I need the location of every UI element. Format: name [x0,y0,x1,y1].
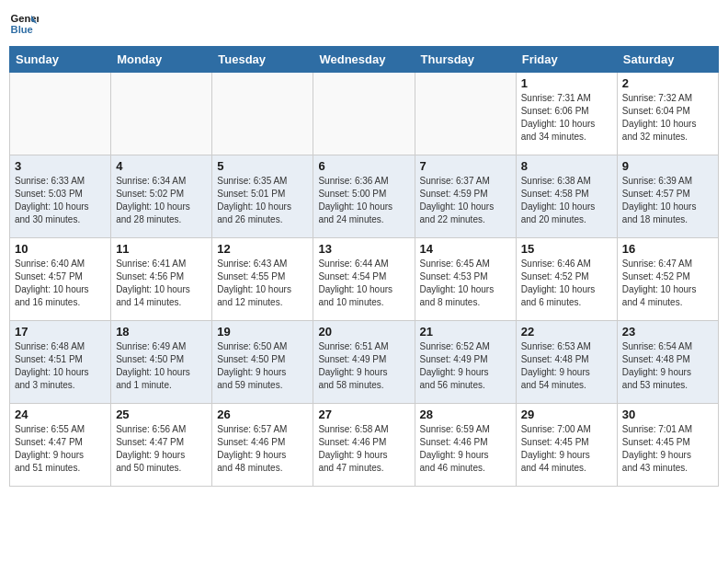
logo: General Blue [9,9,39,39]
calendar-cell: 30Sunrise: 7:01 AM Sunset: 4:45 PM Dayli… [617,404,718,487]
weekday-header-wednesday: Wednesday [313,47,415,73]
calendar-cell [212,73,313,155]
day-number: 4 [116,159,207,173]
day-info: Sunrise: 6:56 AM Sunset: 4:47 PM Dayligh… [116,423,207,475]
svg-text:General: General [11,13,39,24]
day-info: Sunrise: 6:57 AM Sunset: 4:46 PM Dayligh… [217,423,308,475]
calendar-cell: 10Sunrise: 6:40 AM Sunset: 4:57 PM Dayli… [10,238,111,321]
day-info: Sunrise: 6:39 AM Sunset: 4:57 PM Dayligh… [622,175,713,226]
calendar-week-5: 24Sunrise: 6:55 AM Sunset: 4:47 PM Dayli… [10,404,719,487]
weekday-header-monday: Monday [111,47,212,73]
day-number: 11 [116,242,207,256]
day-number: 2 [622,76,713,90]
day-info: Sunrise: 7:01 AM Sunset: 4:45 PM Dayligh… [622,423,713,475]
day-info: Sunrise: 6:51 AM Sunset: 4:49 PM Dayligh… [318,340,409,392]
calendar-cell: 21Sunrise: 6:52 AM Sunset: 4:49 PM Dayli… [415,321,516,404]
calendar-week-2: 3Sunrise: 6:33 AM Sunset: 5:03 PM Daylig… [10,155,719,238]
calendar-cell [415,73,516,155]
day-info: Sunrise: 6:49 AM Sunset: 4:50 PM Dayligh… [116,340,207,392]
day-number: 18 [116,325,207,339]
calendar-cell: 24Sunrise: 6:55 AM Sunset: 4:47 PM Dayli… [10,404,111,487]
day-number: 22 [521,325,612,339]
calendar-cell: 14Sunrise: 6:45 AM Sunset: 4:53 PM Dayli… [415,238,516,321]
day-info: Sunrise: 6:47 AM Sunset: 4:52 PM Dayligh… [622,258,713,309]
day-info: Sunrise: 6:33 AM Sunset: 5:03 PM Dayligh… [15,175,106,226]
calendar-cell: 9Sunrise: 6:39 AM Sunset: 4:57 PM Daylig… [617,155,718,238]
weekday-header-thursday: Thursday [415,47,516,73]
day-info: Sunrise: 6:37 AM Sunset: 4:59 PM Dayligh… [420,175,511,226]
calendar-cell: 5Sunrise: 6:35 AM Sunset: 5:01 PM Daylig… [212,155,313,238]
day-number: 17 [15,325,106,339]
calendar-cell: 7Sunrise: 6:37 AM Sunset: 4:59 PM Daylig… [415,155,516,238]
day-info: Sunrise: 6:44 AM Sunset: 4:54 PM Dayligh… [318,258,409,309]
day-info: Sunrise: 6:58 AM Sunset: 4:46 PM Dayligh… [318,423,409,475]
day-number: 13 [318,242,409,256]
day-number: 7 [420,159,511,173]
day-info: Sunrise: 6:45 AM Sunset: 4:53 PM Dayligh… [420,258,511,309]
calendar-cell: 15Sunrise: 6:46 AM Sunset: 4:52 PM Dayli… [516,238,617,321]
day-info: Sunrise: 7:31 AM Sunset: 6:06 PM Dayligh… [521,92,612,144]
calendar-cell: 11Sunrise: 6:41 AM Sunset: 4:56 PM Dayli… [111,238,212,321]
day-number: 15 [521,242,612,256]
day-number: 30 [622,408,713,421]
calendar-cell: 28Sunrise: 6:59 AM Sunset: 4:46 PM Dayli… [415,404,516,487]
calendar-cell: 3Sunrise: 6:33 AM Sunset: 5:03 PM Daylig… [10,155,111,238]
calendar-cell: 17Sunrise: 6:48 AM Sunset: 4:51 PM Dayli… [10,321,111,404]
calendar-cell [111,73,212,155]
day-info: Sunrise: 6:55 AM Sunset: 4:47 PM Dayligh… [15,423,106,475]
day-number: 19 [217,325,308,339]
weekday-header-saturday: Saturday [617,47,718,73]
day-number: 20 [318,325,409,339]
day-info: Sunrise: 6:35 AM Sunset: 5:01 PM Dayligh… [217,175,308,226]
calendar-cell: 27Sunrise: 6:58 AM Sunset: 4:46 PM Dayli… [313,404,415,487]
day-number: 14 [420,242,511,256]
calendar-cell: 6Sunrise: 6:36 AM Sunset: 5:00 PM Daylig… [313,155,415,238]
day-number: 23 [622,325,713,339]
weekday-header-tuesday: Tuesday [212,47,313,73]
calendar-cell [313,73,415,155]
day-number: 10 [15,242,106,256]
weekday-header-sunday: Sunday [10,47,111,73]
calendar-cell: 13Sunrise: 6:44 AM Sunset: 4:54 PM Dayli… [313,238,415,321]
day-number: 21 [420,325,511,339]
day-number: 6 [318,159,409,173]
calendar-cell: 2Sunrise: 7:32 AM Sunset: 6:04 PM Daylig… [617,73,718,155]
calendar-week-3: 10Sunrise: 6:40 AM Sunset: 4:57 PM Dayli… [10,238,719,321]
day-info: Sunrise: 6:43 AM Sunset: 4:55 PM Dayligh… [217,258,308,309]
day-info: Sunrise: 6:54 AM Sunset: 4:48 PM Dayligh… [622,340,713,392]
calendar-cell: 4Sunrise: 6:34 AM Sunset: 5:02 PM Daylig… [111,155,212,238]
calendar-cell: 29Sunrise: 7:00 AM Sunset: 4:45 PM Dayli… [516,404,617,487]
day-info: Sunrise: 6:41 AM Sunset: 4:56 PM Dayligh… [116,258,207,309]
day-info: Sunrise: 6:34 AM Sunset: 5:02 PM Dayligh… [116,175,207,226]
day-info: Sunrise: 6:38 AM Sunset: 4:58 PM Dayligh… [521,175,612,226]
day-number: 24 [15,408,106,421]
logo-icon: General Blue [9,9,39,39]
calendar-cell [10,73,111,155]
calendar-week-4: 17Sunrise: 6:48 AM Sunset: 4:51 PM Dayli… [10,321,719,404]
page-header: General Blue [9,9,719,39]
day-number: 25 [116,408,207,421]
day-number: 16 [622,242,713,256]
day-info: Sunrise: 7:32 AM Sunset: 6:04 PM Dayligh… [622,92,713,144]
day-number: 27 [318,408,409,421]
weekday-header-friday: Friday [516,47,617,73]
day-number: 1 [521,76,612,90]
day-number: 28 [420,408,511,421]
calendar-cell: 25Sunrise: 6:56 AM Sunset: 4:47 PM Dayli… [111,404,212,487]
calendar-cell: 20Sunrise: 6:51 AM Sunset: 4:49 PM Dayli… [313,321,415,404]
calendar-cell: 1Sunrise: 7:31 AM Sunset: 6:06 PM Daylig… [516,73,617,155]
day-info: Sunrise: 6:48 AM Sunset: 4:51 PM Dayligh… [15,340,106,392]
day-info: Sunrise: 6:53 AM Sunset: 4:48 PM Dayligh… [521,340,612,392]
day-number: 29 [521,408,612,421]
day-number: 12 [217,242,308,256]
calendar-cell: 16Sunrise: 6:47 AM Sunset: 4:52 PM Dayli… [617,238,718,321]
day-info: Sunrise: 6:36 AM Sunset: 5:00 PM Dayligh… [318,175,409,226]
day-number: 8 [521,159,612,173]
calendar-table: SundayMondayTuesdayWednesdayThursdayFrid… [9,46,719,487]
day-number: 9 [622,159,713,173]
calendar-cell: 19Sunrise: 6:50 AM Sunset: 4:50 PM Dayli… [212,321,313,404]
day-info: Sunrise: 6:52 AM Sunset: 4:49 PM Dayligh… [420,340,511,392]
calendar-week-1: 1Sunrise: 7:31 AM Sunset: 6:06 PM Daylig… [10,73,719,155]
day-info: Sunrise: 7:00 AM Sunset: 4:45 PM Dayligh… [521,423,612,475]
calendar-cell: 26Sunrise: 6:57 AM Sunset: 4:46 PM Dayli… [212,404,313,487]
